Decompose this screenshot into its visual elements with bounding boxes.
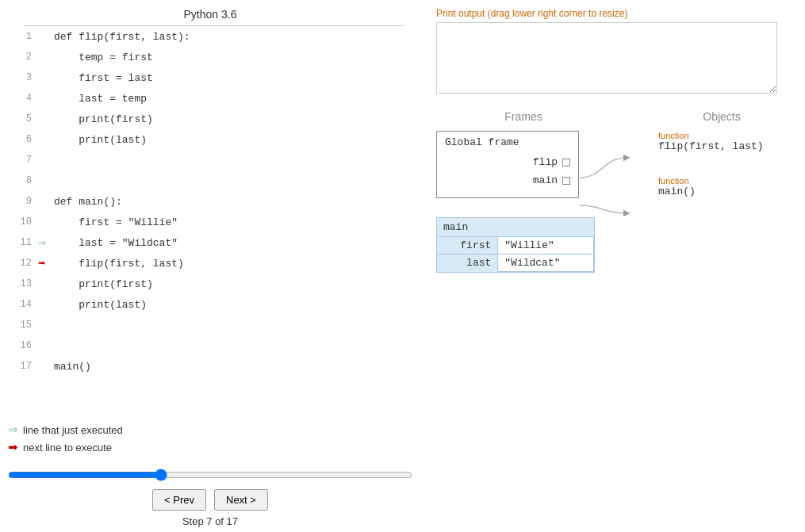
code-line-5: 5 print(first)	[8, 109, 420, 129]
step-slider[interactable]	[8, 469, 412, 481]
left-panel: Python 3.6 1def flip(first, last):2 temp…	[0, 0, 420, 532]
line-arrow: ⇒	[38, 235, 54, 251]
code-text: print(first)	[54, 278, 153, 290]
global-frame-box: Global frame flip main	[436, 131, 579, 198]
var-last-val: "Wildcat"	[498, 255, 594, 272]
code-text: last = "Wildcat"	[54, 237, 178, 249]
table-row: last "Wildcat"	[437, 255, 594, 272]
var-first-val: "Willie"	[498, 237, 594, 255]
green-arrow-icon: ⇒	[38, 236, 46, 251]
stack-frame-header: main	[437, 218, 594, 236]
legend: ⇒ line that just executed ➡ next line to…	[0, 416, 420, 464]
code-title: Python 3.6	[0, 8, 420, 21]
line-number: 15	[8, 320, 32, 331]
legend-green-arrow-icon: ⇒	[8, 423, 18, 437]
line-number: 16	[8, 340, 32, 351]
frame-var-main-dot	[562, 177, 570, 185]
code-text: print(last)	[54, 134, 147, 146]
legend-green: ⇒ line that just executed	[8, 423, 412, 437]
code-text: print(last)	[54, 299, 147, 311]
obj-flip: function flip(first, last)	[658, 131, 785, 152]
line-number: 4	[8, 93, 32, 104]
step-text: Step 7 of 17	[0, 512, 420, 532]
code-text: first = last	[54, 72, 153, 84]
line-number: 7	[8, 155, 32, 166]
frame-var-main-name: main	[533, 174, 558, 186]
line-number: 1	[8, 31, 32, 42]
var-first-name: first	[437, 237, 498, 255]
code-line-4: 4 last = temp	[8, 88, 420, 109]
code-text: last = temp	[54, 93, 147, 105]
obj-flip-type: function	[658, 131, 785, 140]
obj-main-value: main()	[658, 186, 785, 197]
line-number: 14	[8, 299, 32, 310]
frame-var-main: main	[445, 174, 570, 186]
code-line-9: 9def main():	[8, 191, 420, 212]
legend-red: ➡ next line to execute	[8, 440, 412, 454]
code-text: def main():	[54, 196, 122, 208]
line-number: 11	[8, 237, 32, 248]
line-number: 9	[8, 196, 32, 207]
code-text: main()	[54, 361, 91, 373]
code-line-16: 16	[8, 335, 420, 356]
code-area: 1def flip(first, last):2 temp = first3 f…	[0, 26, 420, 416]
code-line-7: 7	[8, 150, 420, 170]
code-line-1: 1def flip(first, last):	[8, 26, 420, 47]
print-output-box[interactable]	[436, 22, 777, 94]
frames-header: Frames	[436, 110, 611, 123]
stack-frame-table: first "Willie" last "Wildcat"	[437, 236, 594, 272]
objects-header: Objects	[658, 110, 785, 123]
line-number: 5	[8, 113, 32, 124]
frame-var-flip-name: flip	[533, 156, 558, 168]
code-text: first = "Willie"	[54, 216, 178, 228]
button-area: < Prev Next >	[0, 486, 420, 512]
code-line-3: 3 first = last	[8, 67, 420, 88]
code-line-13: 13 print(first)	[8, 274, 420, 294]
legend-green-text: line that just executed	[23, 424, 123, 436]
code-text: flip(first, last)	[54, 258, 184, 270]
code-line-2: 2 temp = first	[8, 47, 420, 67]
code-line-10: 10 first = "Willie"	[8, 212, 420, 232]
code-line-6: 6 print(last)	[8, 129, 420, 150]
line-arrow: ➡	[38, 255, 54, 271]
legend-red-arrow-icon: ➡	[8, 440, 18, 454]
var-last-name: last	[437, 255, 498, 272]
slider-area	[0, 464, 420, 486]
viz-area: Frames Global frame flip main main	[436, 110, 789, 273]
line-number: 10	[8, 216, 32, 228]
objects-column: Objects function flip(first, last) funct…	[611, 110, 785, 273]
code-line-8: 8	[8, 170, 420, 191]
code-text: print(first)	[54, 113, 153, 125]
code-line-12: 12➡ flip(first, last)	[8, 253, 420, 274]
print-output-label: Print output (drag lower right corner to…	[436, 8, 789, 19]
global-frame-label: Global frame	[445, 136, 570, 148]
next-button[interactable]: Next >	[214, 489, 268, 511]
line-number: 6	[8, 134, 32, 145]
code-line-17: 17main()	[8, 356, 420, 377]
stack-frame: main first "Willie" last "Wildcat"	[436, 217, 595, 273]
frame-var-flip: flip	[445, 156, 570, 168]
line-number: 8	[8, 175, 32, 186]
obj-main-type: function	[658, 176, 785, 186]
line-number: 17	[8, 361, 32, 372]
frame-var-flip-dot	[562, 159, 570, 166]
red-arrow-icon: ➡	[38, 257, 46, 271]
code-line-15: 15	[8, 315, 420, 335]
frames-column: Frames Global frame flip main main	[436, 110, 611, 273]
line-number: 3	[8, 72, 32, 83]
code-line-11: 11⇒ last = "Wildcat"	[8, 232, 420, 253]
obj-main: function main()	[658, 176, 785, 197]
line-number: 12	[8, 258, 32, 269]
code-text: temp = first	[54, 52, 153, 63]
obj-flip-value: flip(first, last)	[658, 140, 785, 152]
code-line-14: 14 print(last)	[8, 294, 420, 315]
right-panel: Print output (drag lower right corner to…	[420, 0, 805, 532]
code-text: def flip(first, last):	[54, 31, 190, 43]
table-row: first "Willie"	[437, 237, 594, 255]
prev-button[interactable]: < Prev	[152, 489, 206, 511]
line-number: 13	[8, 278, 32, 289]
line-number: 2	[8, 52, 32, 63]
legend-red-text: next line to execute	[23, 442, 112, 454]
